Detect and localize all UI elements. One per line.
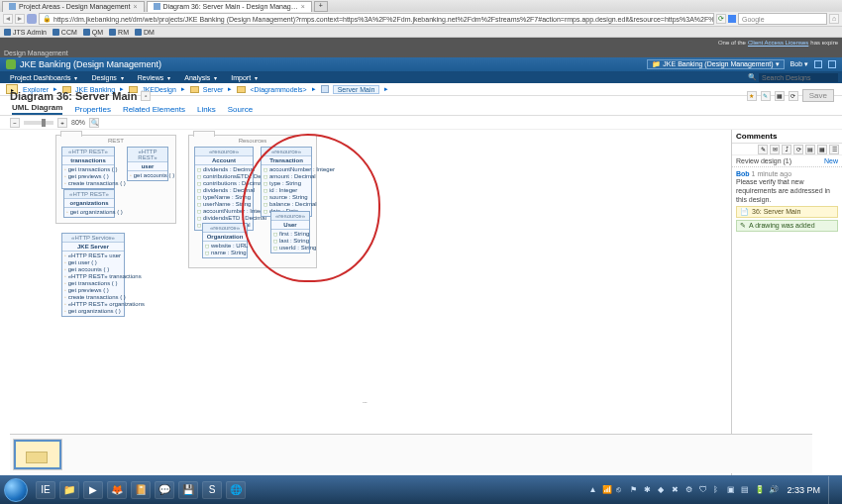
battery-icon[interactable]: 🔋	[755, 485, 765, 495]
tab-uml-diagram[interactable]: UML Diagram	[12, 103, 62, 115]
toolbar-icon[interactable]: ☰	[829, 145, 839, 154]
toolbar-icon[interactable]: ⟳	[793, 145, 803, 154]
save-button[interactable]: Save	[802, 89, 834, 102]
comment-item[interactable]: Bob 1 minute ago Please verify that new …	[732, 167, 842, 235]
search-icon: 🔍	[748, 73, 757, 81]
menu-project-dashboards[interactable]: Project Dashboards	[4, 74, 83, 81]
new-review-link[interactable]: New	[824, 157, 838, 164]
taskbar-app[interactable]: 🦊	[107, 481, 127, 499]
action-icon[interactable]: ✎	[761, 91, 771, 101]
browser-search-box[interactable]: Google	[738, 13, 827, 25]
zoom-out-icon[interactable]: −	[10, 118, 20, 128]
design-search[interactable]: 🔍	[748, 73, 838, 82]
title-tool-icon[interactable]: ▫	[141, 91, 151, 101]
toolbar-icon[interactable]: ⤴	[782, 145, 791, 154]
class-user[interactable]: «resource» User first : String last : St…	[270, 211, 310, 253]
bookmark-bar: JTS Admin CCM QM RM DM	[0, 26, 842, 38]
app-title: JKE Banking (Design Management)	[20, 59, 161, 69]
toolbar-icon[interactable]: ▤	[805, 145, 815, 154]
back-button[interactable]: ◄	[3, 14, 13, 24]
class-jke-server[interactable]: «HTTP Service» JKE Server «HTTP REST» us…	[61, 233, 125, 317]
home-button[interactable]: ⌂	[829, 14, 839, 24]
diagram-canvas[interactable]: REST Resources «HTTP REST» transactions …	[0, 130, 731, 475]
bookmark-item[interactable]: RM	[109, 29, 129, 36]
zoom-in-icon[interactable]: +	[57, 118, 67, 128]
bluetooth-icon[interactable]: ᛒ	[713, 485, 723, 495]
toolbar-icon[interactable]: ✉	[770, 145, 780, 154]
canvas-toolbar: − + 80% 🔍	[0, 116, 842, 130]
taskbar-clock[interactable]: 2:33 PM	[783, 485, 824, 495]
tray-icon[interactable]: ⚑	[630, 485, 640, 495]
close-icon[interactable]: ×	[133, 3, 137, 10]
license-link[interactable]: Client Access Licenses	[748, 40, 808, 46]
reload-button[interactable]: ⟳	[716, 14, 726, 24]
taskbar-app[interactable]: 🌐	[226, 481, 246, 499]
tray-icon[interactable]: ▣	[727, 485, 737, 495]
tray-icon[interactable]: ▲	[588, 485, 598, 495]
class-transactions-rest[interactable]: «HTTP REST» transactions get transaction…	[61, 147, 115, 189]
volume-icon[interactable]: 🔊	[769, 485, 779, 495]
toolbar-icon[interactable]: ✎	[758, 145, 768, 154]
browser-tab[interactable]: Project Areas - Design Management ×	[2, 1, 145, 12]
tab-properties[interactable]: Properties	[74, 105, 110, 115]
help-icon[interactable]	[828, 60, 836, 68]
tab-source[interactable]: Source	[228, 105, 253, 115]
comment-attachment[interactable]: ✎ A drawing was added	[736, 220, 838, 232]
horizontal-splitter[interactable]: ▪▪▪	[0, 400, 730, 404]
tray-icon[interactable]: ◆	[658, 485, 668, 495]
zoom-tool-icon[interactable]: 🔍	[89, 118, 99, 128]
taskbar-apps: IE 📁 ▶ 🦊 📔 💬 💾 S 🌐	[32, 481, 250, 499]
network-icon[interactable]: 📶	[602, 485, 612, 495]
comments-toolbar: ✎ ✉ ⤴ ⟳ ▤ ▦ ☰	[732, 144, 842, 155]
tray-icon[interactable]: ⚙	[685, 485, 695, 495]
project-selector[interactable]: 📁 JKE Banking (Design Management) ▾	[647, 59, 784, 69]
bookmark-item[interactable]: DM	[135, 29, 155, 36]
tray-icon[interactable]: ⎋	[616, 485, 626, 495]
user-menu[interactable]: Bob ▾	[790, 60, 808, 68]
class-organizations-rest[interactable]: «HTTP REST» organizations get organizati…	[63, 189, 115, 218]
bookmark-item[interactable]: JTS Admin	[4, 29, 47, 36]
browser-tab[interactable]: Diagram 36: Server Main - Design Manag… …	[147, 1, 312, 12]
taskbar-app[interactable]: 💾	[178, 481, 198, 499]
tray-icon[interactable]: ✱	[644, 485, 654, 495]
class-user-rest[interactable]: «HTTP REST» user get accounts ( )	[127, 147, 168, 181]
address-bar[interactable]: 🔒https://dm.jkebanking.net/dm/web/projec…	[39, 13, 714, 25]
gear-icon[interactable]	[814, 60, 822, 68]
tray-icon[interactable]: 🛡	[699, 485, 709, 495]
forward-button[interactable]: ►	[15, 14, 25, 24]
class-organization[interactable]: «resource» Organization website : URL na…	[202, 223, 248, 258]
taskbar-app[interactable]: 📔	[131, 481, 151, 499]
zoom-slider[interactable]	[24, 121, 53, 125]
class-account[interactable]: «resource» Account dividends : Decimal c…	[194, 147, 254, 231]
comment-attachment[interactable]: 📄 36: Server Main	[736, 206, 838, 218]
new-tab-button[interactable]: +	[314, 1, 328, 12]
taskbar-app[interactable]: 📁	[59, 481, 79, 499]
tab-favicon	[154, 3, 160, 10]
tray-icon[interactable]: ▤	[741, 485, 751, 495]
close-icon[interactable]: ×	[301, 3, 305, 10]
action-icon[interactable]: ▦	[775, 91, 785, 101]
taskbar-app[interactable]: S	[202, 481, 222, 499]
menu-reviews[interactable]: Reviews	[132, 74, 176, 81]
search-input[interactable]	[759, 73, 838, 82]
show-desktop-button[interactable]	[828, 476, 836, 504]
bookmark-item[interactable]: CCM	[53, 29, 77, 36]
taskbar-app[interactable]: 💬	[155, 481, 174, 499]
comment-author: Bob	[736, 170, 750, 177]
tab-links[interactable]: Links	[197, 105, 216, 115]
diagram-thumbnail[interactable]	[14, 440, 61, 469]
comments-header: Comments	[732, 130, 842, 144]
menu-import[interactable]: Import	[225, 74, 263, 81]
taskbar-app[interactable]: ▶	[83, 481, 103, 499]
tab-related-elements[interactable]: Related Elements	[123, 105, 185, 115]
taskbar-app[interactable]: IE	[36, 481, 55, 499]
tray-icon[interactable]: ✖	[672, 485, 682, 495]
action-icon[interactable]: ★	[747, 91, 757, 101]
menu-analysis[interactable]: Analysis	[178, 74, 223, 81]
class-transaction[interactable]: «resource» Transaction accountNumber : I…	[261, 147, 312, 217]
toolbar-icon[interactable]: ▦	[817, 145, 827, 154]
menu-designs[interactable]: Designs	[85, 74, 129, 81]
action-icon[interactable]: ⟳	[789, 91, 798, 101]
bookmark-item[interactable]: QM	[83, 29, 103, 36]
start-button[interactable]	[4, 478, 28, 502]
